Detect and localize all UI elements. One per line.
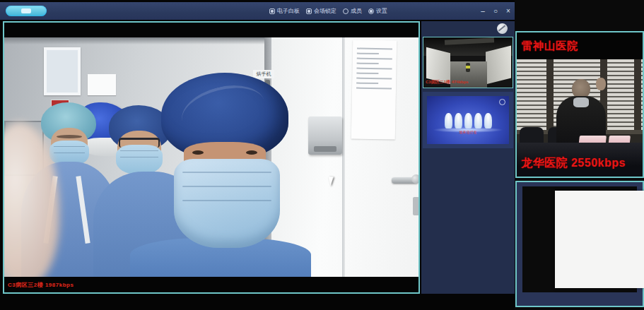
maximize-button[interactable]: ○ [492, 5, 499, 17]
window-frame [546, 59, 554, 131]
main-video-panel[interactable]: 烘手机 [3, 21, 420, 294]
whiteboard-button[interactable]: 电子白板 [269, 7, 300, 15]
settings-icon [368, 8, 374, 14]
nurse-left-eyes [57, 135, 82, 138]
ppe-workers-group [427, 113, 509, 129]
door-notice-paper [351, 40, 397, 139]
settings-button[interactable]: 设置 [368, 7, 387, 15]
door-lock-plate [413, 197, 418, 215]
ppe-figure [484, 113, 492, 129]
remote-participant-hand [596, 78, 606, 90]
thumbnail-corridor[interactable]: C3病区二1楼 474kbps [423, 37, 513, 88]
shared-document [555, 191, 644, 288]
door-edge [342, 37, 345, 278]
ppe-figure [445, 113, 452, 129]
whiteboard-label: 电子白板 [277, 7, 300, 15]
toolbar: 电子白板 会场锁定 成员 设置 [269, 5, 387, 17]
letterbox-top [4, 23, 418, 37]
ward-video-scene: 烘手机 [4, 37, 418, 278]
remote-feed-label: 龙华医院 2550kbps [521, 156, 626, 171]
site-label-bar: 雷神山医院 [517, 32, 643, 59]
thumbnail-broadcast[interactable]: 最美逆行者 [423, 92, 513, 148]
ppe-figure [474, 113, 482, 129]
wall-note [88, 74, 116, 95]
call-icon [21, 8, 31, 13]
lock-meeting-button[interactable]: 会场锁定 [306, 7, 336, 15]
lock-icon [306, 8, 312, 14]
broadcast-screen: 最美逆行者 [427, 96, 509, 144]
doctor-front-eyes [192, 149, 257, 156]
call-status-pill[interactable] [6, 6, 47, 16]
letterbox-bottom: C3病区三2楼 1987kbps [4, 277, 418, 292]
window-frame [634, 59, 641, 131]
thumbnail-column: C3病区二1楼 474kbps 最美逆行者 [421, 21, 515, 294]
ppe-figure [455, 113, 462, 129]
sanitizer-dispenser [308, 117, 342, 155]
participants-button[interactable]: 成员 [343, 7, 362, 15]
settings-label: 设置 [376, 7, 387, 15]
minimize-button[interactable]: – [479, 5, 486, 17]
site-label: 雷神山医院 [522, 40, 578, 53]
corridor-person [466, 63, 470, 72]
ppe-figure [464, 113, 472, 129]
wall-sign [44, 47, 81, 95]
participants-icon [343, 8, 349, 14]
doctor-middle-mask [116, 145, 163, 174]
hand-dryer-sign: 烘手机 [253, 70, 274, 78]
secondary-monitor: 雷神山医院 龙华医院 2550kbps [515, 0, 644, 310]
window-titlebar: 电子白板 会场锁定 成员 设置 – ○ × [0, 2, 516, 20]
doctor-front-mask [174, 159, 280, 248]
close-button[interactable]: × [505, 5, 512, 17]
main-stream-label: C3病区三2楼 1987kbps [8, 281, 74, 289]
corridor-wall-right [486, 46, 511, 85]
broadcast-caption: 最美逆行者 [427, 130, 509, 134]
broadcast-logo-icon [499, 99, 505, 105]
door [271, 37, 418, 278]
lock-meeting-label: 会场锁定 [314, 7, 336, 15]
corridor-stream-label: C3病区二1楼 474kbps [426, 79, 469, 85]
whiteboard-icon [269, 8, 275, 14]
participants-label: 成员 [351, 7, 362, 15]
camera-muted-icon[interactable] [497, 23, 508, 34]
window-controls: – ○ × [479, 5, 512, 17]
remote-video-panel[interactable]: 雷神山医院 龙华医院 2550kbps [515, 31, 644, 178]
video-conference-screen: 电子白板 会场锁定 成员 设置 – ○ × [0, 0, 644, 310]
remote-participant-mask [573, 97, 589, 107]
door-handle-rosette [411, 174, 418, 184]
content-share-panel[interactable] [515, 181, 644, 307]
